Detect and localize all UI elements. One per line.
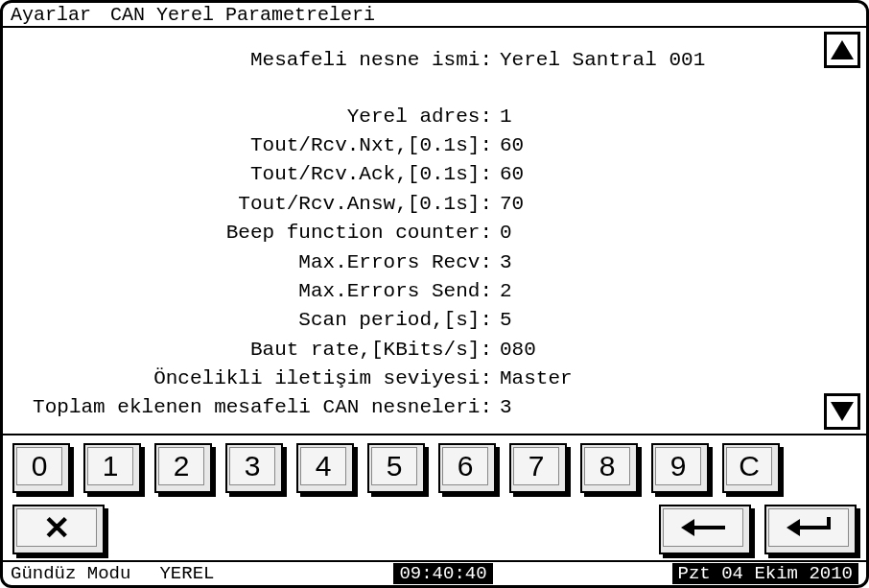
key-label: 1 [87, 447, 133, 485]
param-label: Baut rate,[KBits/s]: [12, 337, 492, 364]
key-label: 8 [584, 447, 630, 485]
parameter-list: Mesafeli nesne ismi:Yerel Santral 001Yer… [3, 28, 824, 433]
param-label: Scan period,[s]: [12, 307, 492, 334]
date-display: Pzt 04 Ekim 2010 [672, 563, 858, 584]
digit-2-key[interactable]: 2 [154, 443, 212, 493]
digit-row: 0123456789C [12, 443, 857, 493]
x-icon: ✕ [43, 508, 70, 547]
scroll-column [824, 28, 866, 433]
statusbar: Gündüz Modu YEREL 09:40:40 Pzt 04 Ekim 2… [3, 560, 866, 585]
page-title: CAN Yerel Parametreleri [110, 4, 375, 26]
scroll-up-button[interactable] [824, 32, 860, 68]
enter-icon [785, 515, 833, 540]
key-label: 6 [442, 447, 488, 485]
digit-4-key[interactable]: 4 [296, 443, 354, 493]
param-row: Tout/Rcv.Answ,[0.1s]:70 [12, 191, 814, 218]
backspace-button[interactable] [659, 505, 751, 554]
param-label: Tout/Rcv.Answ,[0.1s]: [12, 191, 492, 218]
param-row: Beep function counter:0 [12, 220, 814, 247]
window: Ayarlar CAN Yerel Parametreleri Mesafeli… [0, 0, 869, 588]
key-label: 9 [655, 447, 701, 485]
arrow-left-icon [679, 515, 727, 540]
svg-marker-2 [787, 519, 800, 536]
triangle-up-icon [831, 40, 854, 59]
digit-8-key[interactable]: 8 [580, 443, 638, 493]
key-label: 4 [300, 447, 346, 485]
key-label: 0 [16, 447, 62, 485]
param-label: Mesafeli nesne ismi: [12, 47, 492, 74]
digit-1-key[interactable]: 1 [83, 443, 141, 493]
param-row: Tout/Rcv.Nxt,[0.1s]:60 [12, 132, 814, 159]
digit-0-key[interactable]: 0 [12, 443, 70, 493]
param-value[interactable]: 1 [492, 104, 512, 130]
param-value[interactable]: 0 [492, 220, 512, 247]
param-value[interactable]: 5 [492, 307, 512, 334]
param-row: Öncelikli iletişim seviyesi:Master [12, 365, 814, 392]
param-value[interactable]: 60 [492, 161, 524, 188]
param-row: Toplam eklenen mesafeli CAN nesneleri:3 [12, 394, 814, 421]
local-label: YEREL [159, 563, 214, 584]
svg-marker-1 [681, 519, 694, 536]
param-label: Beep function counter: [12, 220, 492, 247]
key-label: 7 [513, 447, 559, 485]
titlebar: Ayarlar CAN Yerel Parametreleri [3, 3, 866, 28]
cancel-button[interactable]: ✕ [12, 505, 105, 554]
param-value[interactable]: 60 [492, 132, 524, 159]
triangle-down-icon [831, 402, 854, 421]
param-value[interactable]: 080 [492, 337, 536, 364]
clear-key[interactable]: C [722, 443, 780, 493]
keypad: 0123456789C ✕ [3, 434, 866, 560]
param-label: Toplam eklenen mesafeli CAN nesneleri: [12, 394, 492, 421]
digit-7-key[interactable]: 7 [509, 443, 567, 493]
digit-3-key[interactable]: 3 [225, 443, 283, 493]
param-label: Öncelikli iletişim seviyesi: [12, 365, 492, 392]
digit-9-key[interactable]: 9 [651, 443, 709, 493]
content-area: Mesafeli nesne ismi:Yerel Santral 001Yer… [3, 28, 866, 433]
mode-label: Gündüz Modu [11, 563, 130, 584]
digit-5-key[interactable]: 5 [367, 443, 425, 493]
param-row: Baut rate,[KBits/s]:080 [12, 337, 814, 364]
param-label: Yerel adres: [12, 104, 492, 130]
key-label: 3 [229, 447, 275, 485]
digit-6-key[interactable]: 6 [438, 443, 496, 493]
time-display: 09:40:40 [393, 563, 492, 584]
param-value[interactable]: Yerel Santral 001 [492, 47, 705, 74]
key-label: 5 [371, 447, 417, 485]
menu-label[interactable]: Ayarlar [11, 4, 91, 26]
enter-button[interactable] [764, 505, 857, 554]
param-value[interactable]: 3 [492, 249, 512, 276]
param-value[interactable]: 2 [492, 278, 512, 305]
param-row: Mesafeli nesne ismi:Yerel Santral 001 [12, 47, 814, 74]
param-label: Tout/Rcv.Nxt,[0.1s]: [12, 132, 492, 159]
param-row: Yerel adres:1 [12, 104, 814, 130]
scroll-down-button[interactable] [824, 393, 860, 430]
param-row: Max.Errors Send:2 [12, 278, 814, 305]
action-row: ✕ [12, 505, 857, 554]
param-value[interactable]: Master [492, 365, 573, 392]
param-value[interactable]: 3 [492, 394, 512, 421]
key-label: 2 [158, 447, 204, 485]
param-row: Max.Errors Recv:3 [12, 249, 814, 276]
param-label: Max.Errors Recv: [12, 249, 492, 276]
param-label: Max.Errors Send: [12, 278, 492, 305]
key-label: C [726, 447, 772, 485]
param-label: Tout/Rcv.Ack,[0.1s]: [12, 161, 492, 188]
param-row: Scan period,[s]:5 [12, 307, 814, 334]
param-row: Tout/Rcv.Ack,[0.1s]:60 [12, 161, 814, 188]
param-value[interactable]: 70 [492, 191, 524, 218]
